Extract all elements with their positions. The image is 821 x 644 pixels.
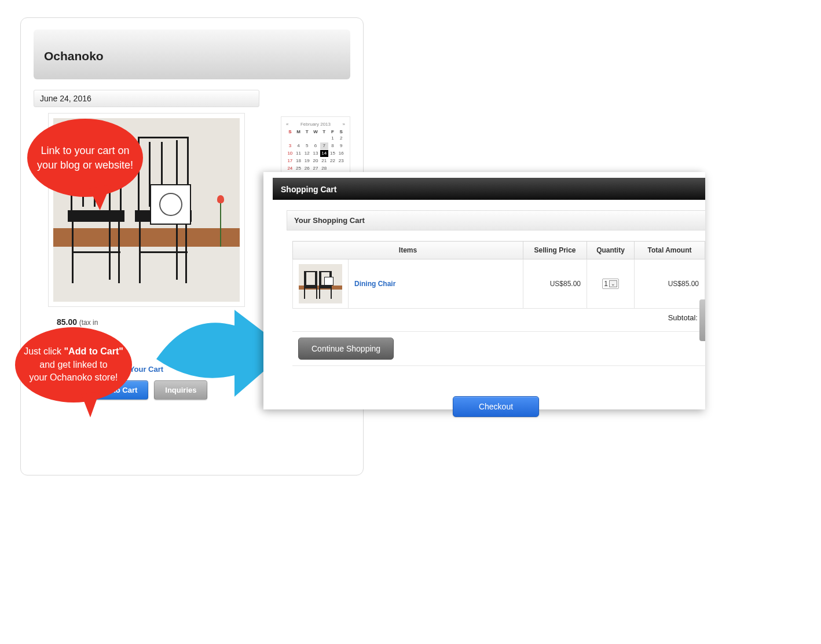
cart-item-total: US$85.00 xyxy=(635,259,705,309)
calendar-prev[interactable]: « xyxy=(286,122,288,127)
cart-row: Dining Chair US$85.00 1 ⌄ US$85.00 xyxy=(293,259,705,309)
tax-note: (tax in xyxy=(79,319,98,327)
delete-button-edge[interactable] xyxy=(699,299,705,341)
product-price: 85.00 xyxy=(57,317,77,327)
cart-header: Shopping Cart xyxy=(273,178,705,200)
subtotal-row: Subtotal: U xyxy=(292,309,705,331)
calendar-widget[interactable]: « February 2013 » SMTWTFS123456789101112… xyxy=(281,116,350,180)
col-total: Total Amount xyxy=(635,241,705,259)
continue-shopping-button[interactable]: Continue Shopping xyxy=(298,338,394,360)
calendar-next[interactable]: » xyxy=(343,122,345,127)
post-date: June 24, 2016 xyxy=(34,90,259,107)
calendar-grid: SMTWTFS123456789101112131415161718192021… xyxy=(286,129,345,172)
callout-text: Link to your cart on your blog or websit… xyxy=(35,144,135,172)
checkout-button[interactable]: Checkout xyxy=(453,396,539,417)
callout-text: Just click "Add to Cart" and get linked … xyxy=(24,345,123,384)
cart-table: Items Selling Price Quantity Total Amoun… xyxy=(292,241,705,309)
col-quantity: Quantity xyxy=(587,241,635,259)
chevron-down-icon: ⌄ xyxy=(609,280,617,287)
cart-item-link[interactable]: Dining Chair xyxy=(354,280,395,288)
col-items: Items xyxy=(293,241,523,259)
calendar-month: February 2013 xyxy=(300,122,331,127)
cart-subtitle: Your Shopping Cart xyxy=(287,210,705,230)
cart-item-price: US$85.00 xyxy=(523,259,587,309)
callout-bubble-cart-link: Link to your cart on your blog or websit… xyxy=(27,119,143,197)
callout-bubble-add-to-cart: Just click "Add to Cart" and get linked … xyxy=(15,327,132,402)
cart-item-thumbnail xyxy=(299,264,342,303)
col-price: Selling Price xyxy=(523,241,587,259)
shopping-cart-panel: Shopping Cart Your Shopping Cart Items S… xyxy=(263,172,705,409)
blog-header: Ochanoko xyxy=(34,30,350,79)
blog-title: Ochanoko xyxy=(44,49,340,63)
cart-quantity-select[interactable]: 1 ⌄ xyxy=(602,279,619,289)
